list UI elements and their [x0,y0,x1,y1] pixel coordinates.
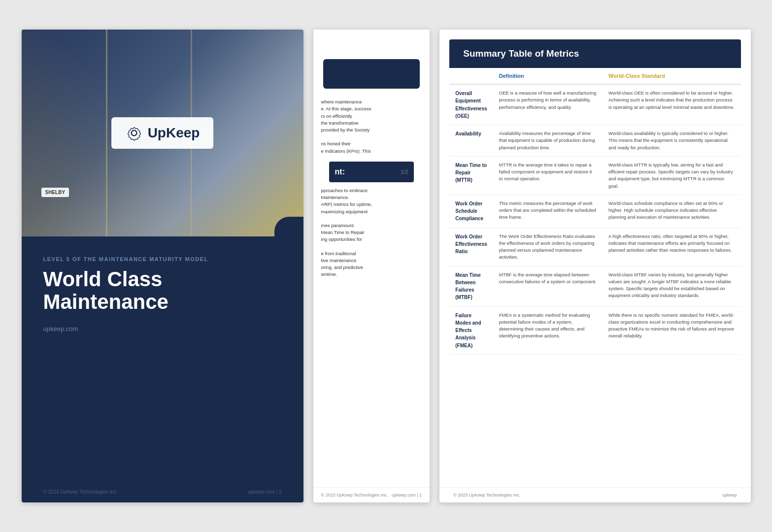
table-container[interactable]: Definition World-Class Standard Overall … [439,68,750,487]
copyright-left: © 2023 UpKeep Technologies Inc. [43,489,118,495]
th-metric [449,68,493,84]
middle-text-2: ns honed their e Indicators (KPIs). This [321,140,422,155]
metric-definition: This metric measures the percentage of w… [493,195,603,228]
metric-definition: OEE is a measure of how well a manufactu… [493,84,603,125]
metric-definition: Availability measures the percentage of … [493,125,603,157]
page-num-left: upkeep.com | 2 [248,489,281,495]
metric-name: Work Order Effectiveness Ratio [455,234,487,255]
shelby-badge: SHELBY [41,188,69,197]
metric-definition: MTBF is the average time elapsed between… [493,266,603,306]
metric-name: Mean Time Between Failures (MTBF) [455,272,481,300]
main-title: World Class Maintenance [43,268,282,313]
middle-text-1: where maintenance e. At this stage, succ… [321,99,422,133]
table-row: Work Order Schedule Compliance This metr… [449,195,740,228]
hero-image: UpKeep SHELBY [22,30,303,236]
table-row: Failure Modes and Effects Analysis (FMEA… [449,306,740,354]
metric-definition: FMEA is a systematic method for evaluati… [493,306,603,354]
table-row: Mean Time Between Failures (MTBF) MTBF i… [449,266,740,306]
website-link: upkeep.com [43,325,282,332]
metric-definition: The Work Order Effectiveness Ratio evalu… [493,228,603,266]
right-page: Summary Table of Metrics Definition Worl… [439,30,750,502]
middle-text-3: pproaches to embrace Maintenance. ARP) m… [321,187,422,215]
right-footer-right: upkeep [722,493,737,498]
metric-name: Work Order Schedule Compliance [455,201,483,222]
metric-standard: World-class availability is typically co… [603,125,740,157]
middle-text-5: e from traditional tive maintenance orin… [321,250,422,278]
middle-footer: © 2023 UpKeep Technologies Inc. upkeep.c… [313,487,430,502]
table-row: Availability Availability measures the p… [449,125,740,157]
logo-bar: UpKeep [111,117,214,149]
logo-text: UpKeep [148,125,200,141]
th-definition: Definition [493,68,603,84]
metric-standard: World-class MTBF varies by industry, but… [603,266,740,306]
table-row: Work Order Effectiveness Ratio The Work … [449,228,740,266]
progress-label: nt: [335,167,345,176]
middle-content: where maintenance e. At this stage, succ… [313,99,430,487]
metric-name: Overall Equipment Effectiveness (OEE) [455,91,487,119]
metric-standard: World-class MTTR is typically low, aimin… [603,156,740,195]
metrics-table: Definition World-Class Standard Overall … [449,68,740,355]
level-label: LEVEL 5 OF THE MAINTENANCE MATURITY MODE… [43,256,282,262]
metric-name: Failure Modes and Effects Analysis (FMEA… [455,313,481,348]
middle-text-4: mes paramount. Mean Time to Repair ing o… [321,222,422,243]
middle-copyright: © 2023 UpKeep Technologies Inc. [321,493,388,498]
metric-standard: A high effectiveness ratio, often target… [603,228,740,266]
right-footer: © 2023 UpKeep Technologies Inc. upkeep [439,487,750,502]
metric-standard: While there is no specific numeric stand… [603,306,740,354]
metric-definition: MTTR is the average time it takes to rep… [493,156,603,195]
left-content: LEVEL 5 OF THE MAINTENANCE MATURITY MODE… [22,236,303,502]
table-row: Overall Equipment Effectiveness (OEE) OE… [449,84,740,125]
middle-blue-box [323,59,420,89]
metric-standard: World-class schedule compliance is often… [603,195,740,228]
right-footer-left: © 2023 UpKeep Technologies Inc. [453,493,520,498]
metric-name: Mean Time to Repair (MTTR) [455,163,487,183]
progress-num: 1/2 [401,169,408,175]
metric-name: Availability [455,131,481,136]
progress-indicator: nt: 1/2 [329,162,414,182]
middle-page-num: upkeep.com | 1 [392,493,422,498]
left-page: UpKeep SHELBY LEVEL 5 OF THE MAINTENANCE… [22,30,303,502]
summary-table-title: Summary Table of Metrics [463,48,727,59]
right-header: Summary Table of Metrics [449,39,740,68]
th-standard: World-Class Standard [603,68,740,84]
gear-icon [125,124,143,142]
middle-page: where maintenance e. At this stage, succ… [313,30,430,502]
metric-standard: World-class OEE is often considered to b… [603,84,740,125]
table-row: Mean Time to Repair (MTTR) MTTR is the a… [449,156,740,195]
